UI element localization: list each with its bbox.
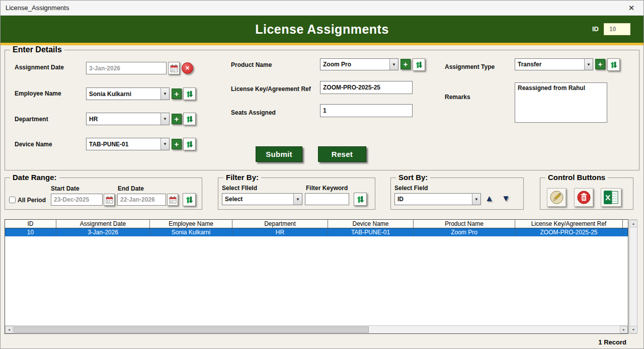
filter-field-select[interactable]: Select ▼: [222, 193, 302, 205]
horizontal-scroll-thumb[interactable]: [14, 326, 369, 333]
department-label: Department: [15, 116, 48, 123]
sync-icon: [185, 196, 194, 204]
clear-date-button[interactable]: ✕: [182, 62, 193, 74]
vertical-scrollbar[interactable]: ▲ ▼: [629, 219, 637, 334]
grid-header-cell[interactable]: Department: [232, 220, 328, 228]
start-date-field[interactable]: [51, 194, 103, 206]
remarks-label: Remarks: [445, 94, 470, 101]
all-period-checkbox[interactable]: [9, 197, 16, 203]
calendar-icon: [106, 196, 113, 204]
assignment-type-value: Transfer: [515, 59, 584, 70]
grid-header-cell[interactable]: ID: [5, 220, 56, 228]
filter-keyword-input[interactable]: [305, 193, 349, 205]
plus-icon: +: [175, 90, 179, 98]
sort-field-label: Select Field: [394, 185, 428, 192]
chevron-down-icon[interactable]: ▼: [584, 59, 593, 70]
refresh-department-button[interactable]: [183, 113, 196, 125]
start-date-calendar-button[interactable]: [104, 194, 115, 206]
product-name-value: Zoom Pro: [320, 59, 389, 70]
chevron-down-icon[interactable]: ▼: [293, 194, 302, 205]
product-name-label: Product Name: [231, 61, 272, 68]
chevron-down-icon[interactable]: ▼: [472, 194, 480, 205]
reset-button[interactable]: Reset: [318, 146, 366, 162]
svg-text:X: X: [605, 193, 611, 202]
employee-name-label: Employee Name: [15, 90, 61, 97]
refresh-employee-button[interactable]: [183, 88, 196, 100]
chevron-down-icon[interactable]: ▼: [389, 59, 398, 70]
scroll-right-icon[interactable]: ►: [620, 326, 628, 333]
close-icon[interactable]: ✕: [624, 1, 638, 16]
end-date-field[interactable]: [117, 194, 166, 206]
grid-header-cell[interactable]: License Key/Agreement Ref: [515, 220, 623, 228]
add-product-button[interactable]: +: [400, 59, 411, 69]
horizontal-scrollbar[interactable]: ◄ ►: [5, 325, 628, 333]
control-buttons-legend: Control Buttons: [545, 173, 608, 182]
start-date-label: Start Date: [51, 185, 79, 192]
refresh-assignment-type-button[interactable]: [607, 58, 620, 71]
refresh-date-range-button[interactable]: [183, 193, 196, 206]
records-table: IDAssignment DateEmployee NameDepartment…: [5, 219, 628, 334]
id-label: ID: [592, 16, 599, 43]
add-department-button[interactable]: +: [172, 114, 182, 124]
filter-field-label: Select FIleld: [222, 185, 257, 192]
sort-ascending-button[interactable]: ▲: [485, 194, 494, 203]
device-name-value: TAB-PUNE-01: [87, 138, 160, 150]
remarks-field[interactable]: Reassigned from Rahul: [515, 82, 607, 123]
grid-header-cell[interactable]: Device Name: [328, 220, 414, 228]
record-count: 1 Record: [598, 338, 626, 346]
assignment-type-label: Assignment Type: [445, 63, 495, 70]
scroll-up-icon[interactable]: ▲: [629, 220, 637, 227]
grid-header-cell[interactable]: Assignment Date: [56, 220, 150, 228]
delete-icon: [577, 190, 591, 205]
grid-header-cell[interactable]: Product Name: [414, 220, 515, 228]
sync-icon: [186, 140, 194, 148]
all-period-label: All Period: [18, 197, 46, 204]
grid-header-row: IDAssignment DateEmployee NameDepartment…: [5, 220, 628, 228]
calendar-icon: [170, 64, 178, 72]
table-row[interactable]: 103-Jan-2026Sonia KulkarniHRTAB-PUNE-01Z…: [5, 228, 628, 236]
sort-down-icon: ▼: [502, 194, 510, 203]
header-banner: License Assignments ID: [1, 16, 643, 43]
scroll-down-icon[interactable]: ▼: [629, 326, 637, 333]
department-select[interactable]: HR ▼: [86, 113, 170, 125]
assignment-type-select[interactable]: Transfer ▼: [515, 58, 593, 70]
license-key-field[interactable]: [320, 81, 413, 94]
sort-by-legend: Sort By:: [396, 173, 430, 182]
refresh-device-button[interactable]: [183, 138, 196, 150]
filter-field-value: Select: [222, 194, 293, 205]
assignment-date-field[interactable]: [86, 62, 167, 74]
table-cell: 3-Jan-2026: [56, 228, 150, 236]
grid-header-cell[interactable]: Employee Name: [150, 220, 232, 228]
enter-details-legend: Enter Details: [10, 45, 64, 54]
add-device-button[interactable]: +: [172, 139, 182, 149]
edit-button[interactable]: [547, 188, 566, 207]
chevron-down-icon[interactable]: ▼: [160, 138, 169, 150]
record-id-field[interactable]: [604, 23, 630, 35]
device-name-select[interactable]: TAB-PUNE-01 ▼: [86, 138, 170, 150]
end-date-calendar-button[interactable]: [167, 194, 178, 206]
page-title: License Assignments: [1, 16, 643, 43]
device-name-label: Device Name: [15, 141, 52, 148]
delete-button[interactable]: [574, 188, 593, 207]
export-excel-button[interactable]: X: [601, 188, 621, 207]
scroll-left-icon[interactable]: ◄: [5, 326, 13, 333]
chevron-down-icon[interactable]: ▼: [160, 88, 169, 100]
add-assignment-type-button[interactable]: +: [595, 59, 605, 69]
cancel-icon: ✕: [185, 65, 190, 71]
product-name-select[interactable]: Zoom Pro ▼: [320, 58, 398, 70]
refresh-filter-button[interactable]: [354, 193, 367, 206]
submit-button[interactable]: Submit: [256, 146, 302, 162]
seats-assigned-field[interactable]: [320, 104, 413, 117]
chevron-down-icon[interactable]: ▼: [160, 113, 169, 125]
sync-icon: [356, 195, 365, 204]
grid-rows: 103-Jan-2026Sonia KulkarniHRTAB-PUNE-01Z…: [5, 228, 628, 236]
assignment-date-calendar-button[interactable]: [168, 62, 180, 74]
employee-name-value: Sonia Kulkarni: [87, 88, 160, 100]
plus-icon: +: [175, 115, 179, 123]
sort-field-select[interactable]: ID ▼: [394, 193, 481, 205]
add-employee-button[interactable]: +: [172, 89, 182, 99]
employee-name-select[interactable]: Sonia Kulkarni ▼: [86, 88, 170, 100]
refresh-product-button[interactable]: [413, 58, 425, 71]
accent-bar: [1, 43, 643, 45]
sort-descending-button[interactable]: ▼: [502, 194, 510, 203]
